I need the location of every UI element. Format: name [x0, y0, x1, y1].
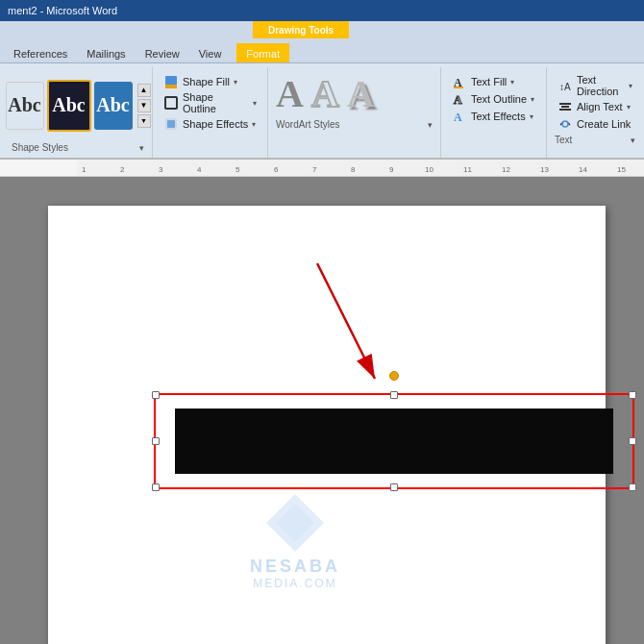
drawing-tools-label: Drawing Tools	[253, 21, 349, 38]
tab-format[interactable]: Format	[236, 43, 289, 62]
handle-top-center[interactable]	[389, 371, 399, 381]
text-direction-cmd[interactable]: ↕A Text Direction ▾	[555, 73, 635, 98]
tab-references[interactable]: References	[4, 43, 77, 62]
right-text-section: ↕A Text Direction ▾ Align Text ▾ Create …	[547, 67, 643, 158]
scroll-down-btn[interactable]: ▼	[137, 99, 151, 112]
svg-text:12: 12	[502, 165, 510, 174]
svg-text:11: 11	[463, 165, 472, 174]
handle-top-mid[interactable]	[390, 391, 398, 399]
text-outline-cmd[interactable]: A Text Outline ▾	[449, 90, 538, 108]
handle-top-right[interactable]	[629, 391, 636, 399]
text-fill-cmd[interactable]: A Text Fill ▾	[449, 73, 538, 90]
handle-left-mid[interactable]	[152, 437, 160, 445]
svg-text:8: 8	[351, 165, 356, 174]
svg-rect-12	[559, 109, 571, 111]
wordart-letters: A A A	[276, 71, 433, 117]
shape-fill-label: Shape Fill	[183, 76, 230, 87]
text-direction-icon: ↕A	[557, 78, 573, 93]
handle-bottom-left[interactable]	[152, 483, 160, 491]
watermark-icon	[261, 489, 329, 557]
svg-rect-11	[561, 106, 569, 108]
scroll-more-btn[interactable]: ▼	[137, 114, 151, 128]
svg-text:13: 13	[540, 165, 549, 174]
svg-text:2: 2	[120, 165, 125, 174]
align-text-cmd[interactable]: Align Text ▾	[555, 98, 635, 115]
shape-effects-cmd[interactable]: Shape Effects ▾	[161, 115, 260, 133]
text-effects-arrow[interactable]: ▾	[530, 112, 533, 121]
text-fill-label: Text Fill	[471, 76, 507, 87]
ruler: 1 2 3 4 5 6 7 8 9 10 11 12 13 14 15	[0, 160, 644, 177]
wordart-styles-expand[interactable]: ▾	[428, 120, 433, 130]
svg-rect-13	[562, 121, 568, 127]
watermark-line1: NESABA	[250, 557, 340, 577]
svg-text:A: A	[454, 93, 462, 107]
shape-effects-arrow[interactable]: ▾	[252, 120, 256, 129]
shape-styles-bottom: Shape Styles ▾	[10, 141, 146, 154]
svg-text:10: 10	[425, 165, 433, 174]
text-effects-icon: A	[452, 109, 467, 124]
shape-outline-arrow[interactable]: ▾	[253, 99, 257, 108]
text-direction-arrow[interactable]: ▾	[629, 82, 632, 90]
text-effects-cmd[interactable]: A Text Effects ▾	[449, 108, 538, 125]
svg-text:15: 15	[617, 165, 626, 174]
shape-effects-label: Shape Effects	[183, 118, 248, 130]
svg-text:9: 9	[389, 165, 394, 174]
align-text-icon	[557, 99, 573, 114]
text-outline-label: Text Outline	[471, 93, 527, 105]
shape-fill-arrow[interactable]: ▾	[234, 78, 237, 87]
svg-text:6: 6	[274, 165, 279, 174]
svg-rect-10	[559, 103, 571, 105]
shape-effects-icon	[163, 116, 179, 132]
wordart-a-plain[interactable]: A	[276, 75, 304, 113]
handle-right-mid[interactable]	[629, 437, 636, 445]
ruler-svg: 1 2 3 4 5 6 7 8 9 10 11 12 13 14 15	[77, 160, 644, 177]
ribbon: Abc Abc Abc ▲ ▼ ▼ Shape Styles	[0, 63, 644, 160]
handle-top-left[interactable]	[152, 391, 160, 399]
wordart-a-shadow[interactable]: A	[347, 75, 375, 113]
right-text-label: Text	[555, 135, 572, 145]
svg-text:7: 7	[312, 165, 317, 174]
align-text-label: Align Text	[577, 101, 623, 112]
shape-commands-section: Shape Fill ▾ Shape Outline ▾ Shape Effec…	[153, 67, 268, 158]
create-link-label: Create Link	[577, 118, 631, 130]
scroll-up-btn[interactable]: ▲	[137, 84, 151, 97]
shape-style-selected[interactable]: Abc	[47, 80, 91, 132]
tab-review[interactable]: Review	[136, 43, 189, 62]
shape-style-plain[interactable]: Abc	[6, 82, 44, 130]
create-link-icon	[557, 116, 573, 132]
wordart-styles-label: WordArt Styles	[276, 119, 340, 130]
shape-outline-cmd[interactable]: Shape Outline ▾	[161, 90, 260, 115]
create-link-cmd[interactable]: Create Link	[555, 115, 635, 133]
shape-fill-cmd[interactable]: Shape Fill ▾	[161, 73, 260, 90]
text-outline-arrow[interactable]: ▾	[531, 95, 534, 104]
text-effects-label: Text Effects	[471, 111, 526, 122]
watermark: NESABA MEDIA.COM	[250, 489, 340, 590]
svg-text:1: 1	[82, 165, 87, 174]
text-fill-icon: A	[452, 74, 467, 89]
text-section: A Text Fill ▾ A Text Outline ▾ A Text Ef…	[441, 67, 547, 158]
wordart-styles-section: A A A WordArt Styles ▾	[268, 67, 441, 158]
right-section-expand[interactable]: ▾	[631, 136, 635, 145]
wordart-a-outlined[interactable]: A	[311, 75, 339, 113]
ribbon-tabs: References Mailings Review View Format	[0, 40, 644, 63]
tab-mailings[interactable]: Mailings	[77, 43, 135, 62]
text-outline-icon: A	[452, 91, 467, 107]
shape-styles-label: Shape Styles	[12, 142, 68, 153]
document-area: NESABA MEDIA.COM	[0, 177, 644, 644]
shape-fill-icon	[163, 74, 179, 89]
text-direction-label: Text Direction	[577, 74, 625, 97]
svg-rect-4	[167, 120, 175, 128]
shape-styles-expand[interactable]: ▾	[139, 143, 144, 153]
text-fill-arrow[interactable]: ▾	[510, 78, 514, 87]
black-shape	[175, 409, 613, 474]
watermark-line2: MEDIA.COM	[250, 577, 340, 590]
svg-text:14: 14	[579, 165, 587, 174]
tab-view[interactable]: View	[189, 43, 232, 62]
shape-style-blue[interactable]: Abc	[94, 82, 133, 130]
title-text: ment2 - Microsoft Word	[8, 5, 117, 16]
svg-text:↕A: ↕A	[559, 82, 571, 92]
handle-bottom-mid[interactable]	[390, 483, 398, 491]
handle-bottom-right[interactable]	[629, 483, 636, 491]
align-text-arrow[interactable]: ▾	[627, 103, 631, 111]
svg-rect-2	[165, 97, 177, 109]
